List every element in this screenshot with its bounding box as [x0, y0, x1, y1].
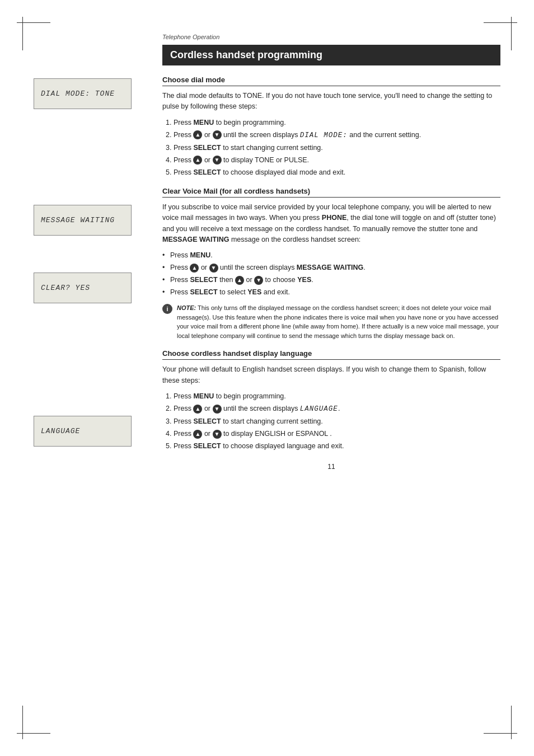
lcd-clear-yes-text: CLEAR? YES [41, 284, 90, 292]
page-number: 11 [162, 463, 500, 471]
up-arrow-icon-4: ▲ [235, 276, 244, 285]
corner-mark-left-top [22, 17, 23, 50]
down-arrow-icon-2: ▼ [213, 156, 222, 165]
corner-mark-top-left [17, 22, 50, 23]
corner-mark-bottom-left [17, 733, 50, 734]
note-box: i NOTE: This only turns off the displaye… [162, 303, 500, 340]
language-intro: Your phone will default to English hands… [162, 364, 500, 386]
voice-mail-bullets: Press MENU. Press ▲ or ▼ until the scree… [162, 250, 500, 298]
lcd-language: LANGUAGE [34, 416, 132, 447]
language-step-3: Press SELECT to start changing current s… [174, 416, 500, 427]
dial-mode-step-3: Press SELECT to start changing current s… [174, 142, 500, 153]
lcd-dial-mode-text: DIAL MODE: TONE [41, 90, 115, 98]
up-arrow-icon-2: ▲ [193, 156, 202, 165]
dial-mode-steps: Press MENU to begin programming. Press ▲… [162, 117, 500, 178]
section-heading-voice-mail: Clear Voice Mail (for all cordless hands… [162, 187, 500, 198]
dial-mode-step-4: Press ▲ or ▼ to display TONE or PULSE. [174, 154, 500, 166]
lcd-message-waiting: MESSAGE WAITING [34, 205, 132, 236]
voice-mail-bullet-4: Press SELECT to select YES and exit. [162, 287, 500, 298]
dial-mode-intro: The dial mode defaults to TONE. If you d… [162, 91, 500, 112]
section-label: Telephone Operation [162, 34, 500, 40]
language-step-5: Press SELECT to choose displayed languag… [174, 440, 500, 452]
up-arrow-icon-5: ▲ [193, 405, 202, 414]
note-text: NOTE: This only turns off the displayed … [177, 303, 500, 340]
right-column: Telephone Operation Cordless handset pro… [146, 34, 500, 471]
section-heading-dial-mode: Choose dial mode [162, 76, 500, 86]
corner-mark-bottom-right [484, 733, 517, 734]
voice-mail-bullet-1: Press MENU. [162, 250, 500, 261]
lcd-message-waiting-text: MESSAGE WAITING [41, 216, 115, 224]
voice-mail-intro: If you subscribe to voice mail service p… [162, 202, 500, 246]
up-arrow-icon-3: ▲ [190, 264, 199, 273]
down-arrow-icon: ▼ [213, 130, 222, 139]
corner-mark-right-bottom [511, 706, 512, 739]
lcd-language-text: LANGUAGE [41, 427, 80, 435]
up-arrow-icon: ▲ [193, 130, 202, 139]
dial-mode-step-2: Press ▲ or ▼ until the screen displays D… [174, 129, 500, 141]
corner-mark-right-top [511, 17, 512, 50]
corner-mark-left-bottom [22, 706, 23, 739]
section-heading-language: Choose cordless handset display language [162, 349, 500, 360]
voice-mail-bullet-2: Press ▲ or ▼ until the screen displays M… [162, 262, 500, 273]
lcd-dial-mode: DIAL MODE: TONE [34, 78, 132, 109]
language-steps: Press MENU to begin programming. Press ▲… [162, 391, 500, 452]
up-arrow-icon-6: ▲ [193, 430, 202, 439]
language-step-1: Press MENU to begin programming. [174, 391, 500, 402]
note-icon: i [162, 304, 172, 314]
dial-mode-step-5: Press SELECT to choose displayed dial mo… [174, 167, 500, 178]
dial-mode-step-1: Press MENU to begin programming. [174, 117, 500, 128]
down-arrow-icon-3: ▼ [209, 264, 218, 273]
language-step-4: Press ▲ or ▼ to display ENGLISH or ESPAN… [174, 428, 500, 439]
main-title: Cordless handset programming [162, 45, 500, 65]
corner-mark-top-right [484, 22, 517, 23]
language-step-2: Press ▲ or ▼ until the screen displays L… [174, 403, 500, 415]
down-arrow-icon-6: ▼ [213, 430, 222, 439]
down-arrow-icon-4: ▼ [254, 276, 263, 285]
down-arrow-icon-5: ▼ [213, 405, 222, 414]
lcd-clear-yes: CLEAR? YES [34, 273, 132, 303]
left-column: DIAL MODE: TONE MESSAGE WAITING CLEAR? Y… [34, 34, 146, 471]
voice-mail-bullet-3: Press SELECT then ▲ or ▼ to choose YES. [162, 274, 500, 285]
